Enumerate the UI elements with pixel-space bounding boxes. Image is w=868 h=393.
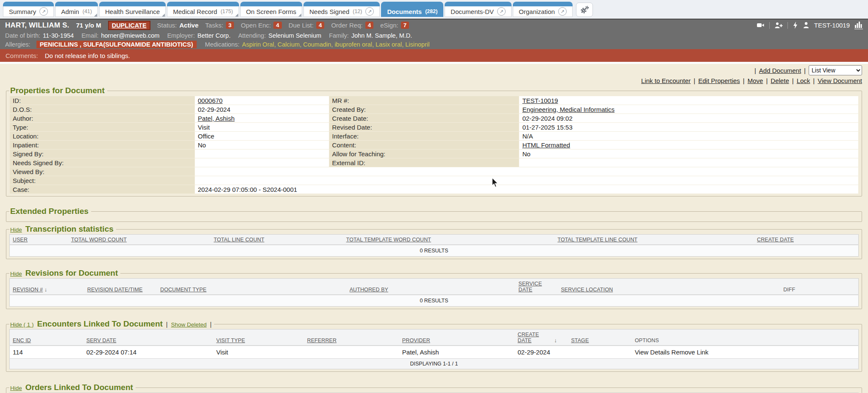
author-link[interactable]: Patel, Ashish xyxy=(198,115,235,122)
hide-revisions-link[interactable]: Hide xyxy=(10,271,22,277)
tab-needs-signed[interactable]: Needs Signed(12)↗ xyxy=(303,2,380,17)
tab-documents-active[interactable]: Documents(282) xyxy=(381,2,443,17)
col-total-template-word-count[interactable]: TOTAL TEMPLATE WORD COUNT xyxy=(346,237,431,243)
medications-label: Medications: xyxy=(205,41,239,48)
family-value: John M. Sample, M.D. xyxy=(351,32,412,39)
col-referrer[interactable]: REFERRER xyxy=(307,338,337,343)
col-visit-type[interactable]: VISIT TYPE xyxy=(216,338,245,343)
chart-id: TEST-10019 xyxy=(814,22,850,29)
section-title: HideOrders Linked To Document xyxy=(9,383,136,392)
col-serv-date[interactable]: SERV DATE xyxy=(86,338,117,343)
add-person-icon[interactable] xyxy=(774,22,783,29)
remove-link-link[interactable]: Remove Link xyxy=(671,349,709,356)
property-row: Author:Patel, AshishCreate Date:02-29-20… xyxy=(10,114,858,122)
col-total-line-count[interactable]: TOTAL LINE COUNT xyxy=(214,237,264,243)
patient-summary-row: HART, WILLIAM S. 71 y/o M DUPLICATE Stat… xyxy=(0,19,868,31)
open-new-window-icon[interactable]: ↗ xyxy=(39,7,48,16)
col-user[interactable]: USER xyxy=(13,237,28,243)
open-new-window-icon[interactable]: ↗ xyxy=(497,7,506,16)
sort-desc-icon[interactable]: ↓ xyxy=(45,286,47,293)
separator: | xyxy=(813,77,815,84)
webchart-document-properties-page: Summary↗ Admin(41) Health Surveillance M… xyxy=(0,0,868,393)
move-link[interactable]: Move xyxy=(748,77,763,84)
documents-content: | Add Document | List View Link to Encou… xyxy=(0,64,868,393)
col-service-location[interactable]: SERVICE LOCATION xyxy=(561,287,613,293)
tasks-count-badge[interactable]: 3 xyxy=(226,22,234,29)
results-row: 0 RESULTS xyxy=(10,295,859,307)
paging-status: DISPLAYING 1-1 / 1 xyxy=(10,359,859,369)
col-create-date[interactable]: CREATE DATE xyxy=(517,332,539,343)
sort-desc-icon[interactable]: ↓ xyxy=(554,337,557,343)
tab-organization[interactable]: Organization↗ xyxy=(513,2,573,17)
tab-on-screen-forms[interactable]: On Screen Forms xyxy=(240,2,302,17)
tab-settings-button[interactable] xyxy=(576,3,593,17)
col-total-word-count[interactable]: TOTAL WORD COUNT xyxy=(71,237,127,243)
patient-name[interactable]: HART, WILLIAM S. xyxy=(5,21,69,30)
content-format-link[interactable]: HTML Formatted xyxy=(522,141,570,149)
transcription-statistics-section: HideTranscription statistics USER TOTAL … xyxy=(6,224,862,259)
duplicate-flag[interactable]: DUPLICATE xyxy=(108,21,150,30)
comments-label: Comments: xyxy=(6,52,38,59)
hide-transcription-link[interactable]: Hide xyxy=(10,227,22,233)
link-to-encounter-link[interactable]: Link to Encounter xyxy=(641,77,691,84)
edit-properties-link[interactable]: Edit Properties xyxy=(698,77,740,84)
serv-date-value: 02-29-2024 07:14 xyxy=(83,346,213,359)
col-revision-number[interactable]: REVISION # xyxy=(13,287,43,293)
col-document-type[interactable]: DOCUMENT TYPE xyxy=(160,287,206,293)
esign-count-badge[interactable]: 7 xyxy=(401,22,409,29)
lightning-icon[interactable] xyxy=(793,22,798,29)
mr-number-link[interactable]: TEST-10019 xyxy=(522,97,558,104)
due-list-count-badge[interactable]: 4 xyxy=(316,22,325,29)
tab-summary[interactable]: Summary↗ xyxy=(3,2,54,17)
separator: | xyxy=(804,67,806,74)
flowsheet-chart-icon[interactable] xyxy=(854,21,863,29)
orders-linked-section: HideOrders Linked To Document ITEM ID OR… xyxy=(6,383,862,393)
video-call-icon[interactable] xyxy=(757,22,765,29)
open-enc-count-badge[interactable]: 4 xyxy=(273,22,282,29)
property-row: Inpatient:NoContent:HTML Formatted xyxy=(10,141,858,149)
show-deleted-link[interactable]: Show Deleted xyxy=(171,321,206,328)
col-revision-datetime[interactable]: REVISION DATE/TIME xyxy=(87,287,143,293)
col-enc-id[interactable]: ENC ID xyxy=(13,338,31,343)
view-mode-select[interactable]: List View xyxy=(809,65,862,75)
section-title: HideTranscription statistics xyxy=(9,224,116,234)
hide-encounters-link[interactable]: Hide ( 1 ) xyxy=(10,321,34,328)
tab-count: (175) xyxy=(220,8,233,14)
allergies-value[interactable]: PENICILLINS , SULFA(SULFONAMIDE ANTIBIOT… xyxy=(36,41,197,48)
created-by-link[interactable]: Engineering, Medical Informatics xyxy=(522,106,615,113)
lock-link[interactable]: Lock xyxy=(797,77,810,84)
section-title: Properties for Document xyxy=(9,86,107,95)
col-service-date[interactable]: SERVICE DATE xyxy=(518,281,542,293)
col-provider[interactable]: PROVIDER xyxy=(402,338,430,343)
tab-health-surveillance[interactable]: Health Surveillance xyxy=(99,2,166,17)
view-document-link[interactable]: View Document xyxy=(818,77,862,84)
document-action-links: Link to Encounter | Edit Properties | Mo… xyxy=(6,76,862,85)
tab-documents-dv[interactable]: Documents-DV↗ xyxy=(445,2,512,17)
col-create-date[interactable]: CREATE DATE xyxy=(757,237,794,243)
delete-link[interactable]: Delete xyxy=(771,77,789,84)
add-document-link[interactable]: Add Document xyxy=(759,67,801,74)
esign-label: eSign: xyxy=(380,22,398,29)
revisions-table: REVISION # ↓ REVISION DATE/TIME DOCUMENT… xyxy=(9,278,859,307)
separator: | xyxy=(694,77,696,84)
property-row: Subject: xyxy=(10,176,858,185)
col-total-template-line-count[interactable]: TOTAL TEMPLATE LINE COUNT xyxy=(557,237,637,243)
separator: | xyxy=(766,77,768,84)
section-title: Extended Properties xyxy=(9,207,91,216)
create-date-value: 02-29-2024 xyxy=(515,346,568,359)
open-new-window-icon[interactable]: ↗ xyxy=(365,7,374,16)
extended-properties-section: Extended Properties xyxy=(6,207,862,222)
view-details-link[interactable]: View Details xyxy=(635,349,670,356)
col-stage[interactable]: STAGE xyxy=(571,338,589,343)
tab-admin[interactable]: Admin(41) xyxy=(55,2,98,17)
col-authored-by[interactable]: AUTHORED BY xyxy=(350,287,388,293)
hide-orders-link[interactable]: Hide xyxy=(10,385,22,391)
open-new-window-icon[interactable]: ↗ xyxy=(558,7,567,16)
document-id-link[interactable]: 0000670 xyxy=(198,97,223,104)
medications-value[interactable]: Aspirin Oral, Calcium, Coumadin, ibuprof… xyxy=(242,41,429,48)
person-icon[interactable] xyxy=(803,22,810,29)
order-req-count-badge[interactable]: 4 xyxy=(365,22,374,29)
properties-table: ID:0000670MR #:TEST-10019 D.O.S:02-29-20… xyxy=(9,96,859,194)
tab-medical-record[interactable]: Medical Record(175) xyxy=(167,2,239,17)
enc-id-value: 114 xyxy=(10,346,83,359)
